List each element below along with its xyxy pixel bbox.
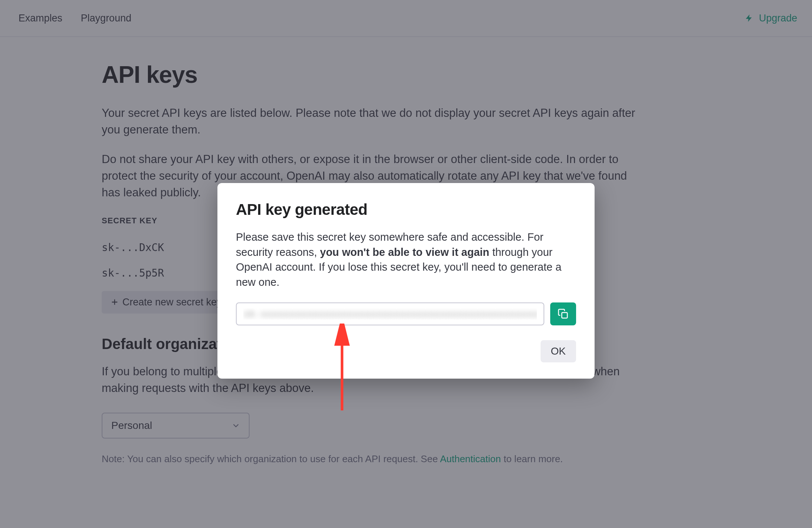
svg-rect-0 [562,313,567,318]
modal-actions: OK [236,340,576,362]
api-key-modal: API key generated Please save this secre… [217,183,595,379]
page-root: on Examples Playground Upgrade API keys … [0,0,812,528]
copy-icon [558,308,569,319]
api-key-field[interactable] [236,302,544,325]
modal-title: API key generated [236,201,576,219]
copy-button[interactable] [550,302,576,325]
ok-button[interactable]: OK [541,340,576,362]
modal-body: Please save this secret key somewhere sa… [236,230,576,290]
modal-overlay[interactable]: API key generated Please save this secre… [0,0,812,528]
modal-body-bold: you won't be able to view it again [320,246,489,258]
key-input-row [236,302,576,325]
